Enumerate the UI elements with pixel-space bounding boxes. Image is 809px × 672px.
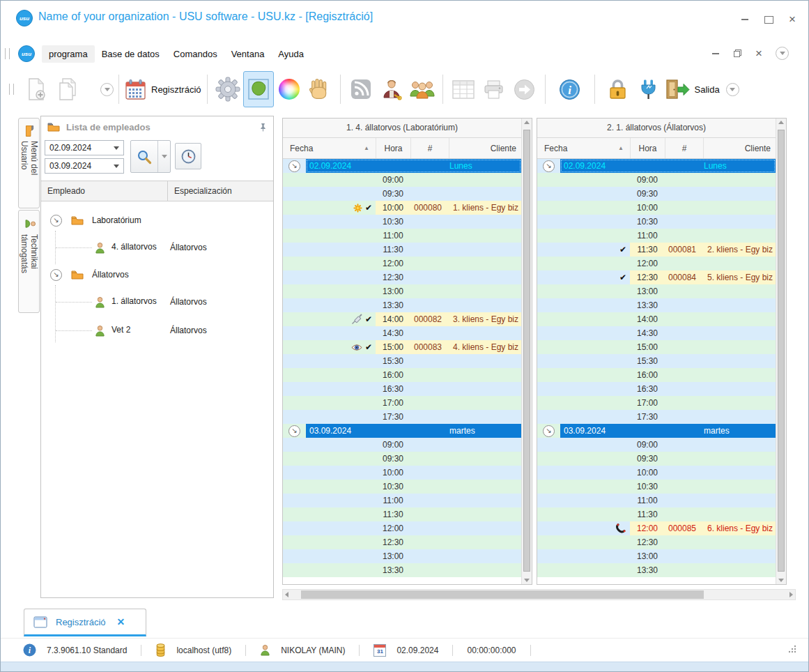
- group-bar[interactable]: 02.09.2024Lunes: [560, 159, 776, 173]
- hora-cell[interactable]: 13:30: [630, 298, 665, 312]
- schedule-time-row[interactable]: 12:30: [283, 270, 521, 284]
- hora-cell[interactable]: 11:30: [376, 243, 410, 257]
- hora-cell[interactable]: 13:30: [376, 298, 410, 312]
- schedule-time-row[interactable]: 09:30: [537, 452, 776, 466]
- schedule-time-row[interactable]: 14:00: [537, 312, 776, 326]
- collapse-icon[interactable]: ↘: [50, 269, 62, 281]
- schedule-time-row[interactable]: 11:30: [537, 507, 776, 521]
- schedule-time-row[interactable]: 15:30: [283, 354, 521, 368]
- schedule-time-row[interactable]: 10:00: [537, 201, 776, 215]
- column-header-num[interactable]: #: [410, 138, 449, 158]
- schedule-time-row[interactable]: 11:00: [537, 494, 776, 507]
- menu-item-ayuda[interactable]: Ayuda: [271, 45, 311, 63]
- scroll-down-button[interactable]: [776, 579, 786, 582]
- hora-cell[interactable]: 12:00: [376, 257, 410, 270]
- minimize-button[interactable]: [740, 15, 750, 24]
- appointment-row[interactable]: ✔10:000000801. kliens - Egy biz: [283, 201, 521, 215]
- scroll-thumb[interactable]: [523, 130, 530, 572]
- schedule-time-row[interactable]: 17:00: [537, 396, 776, 410]
- vertical-scrollbar[interactable]: [776, 119, 786, 584]
- schedule-time-row[interactable]: 13:00: [283, 284, 521, 298]
- tab-close-icon[interactable]: ✕: [117, 616, 125, 627]
- hora-cell[interactable]: 12:00: [630, 521, 665, 535]
- schedule-time-row[interactable]: 11:00: [537, 229, 776, 243]
- schedule-group-row[interactable]: ↘03.09.2024martes: [537, 424, 776, 438]
- schedule-time-row[interactable]: 17:30: [537, 410, 776, 424]
- toolbar-overflow-left-button[interactable]: [100, 83, 114, 96]
- hora-cell[interactable]: 12:00: [630, 257, 665, 270]
- vertical-scrollbar[interactable]: [521, 119, 532, 584]
- group-bar[interactable]: 02.09.2024Lunes: [306, 159, 521, 173]
- hora-cell[interactable]: 13:30: [630, 563, 665, 577]
- menubar-grip[interactable]: [5, 48, 10, 59]
- column-header-fecha[interactable]: Fecha▲: [537, 138, 630, 158]
- map-button[interactable]: [243, 71, 274, 107]
- close-button[interactable]: ×: [787, 15, 797, 24]
- registration-button[interactable]: Regisztráció: [124, 71, 202, 107]
- appointment-row[interactable]: ✔14:000000823. kliens - Egy biz: [283, 312, 521, 326]
- toolbar-grip[interactable]: [9, 84, 14, 95]
- hora-cell[interactable]: 12:00: [376, 521, 410, 535]
- forward-button[interactable]: [509, 71, 540, 107]
- new-document-button[interactable]: [21, 71, 52, 107]
- hora-cell[interactable]: 17:00: [376, 396, 410, 410]
- schedule-time-row[interactable]: 16:30: [283, 382, 521, 396]
- schedule-group-row[interactable]: ↘02.09.2024Lunes: [283, 159, 521, 173]
- column-header-cliente[interactable]: Cliente: [703, 138, 776, 158]
- maximize-button[interactable]: [764, 15, 773, 24]
- column-header-cliente[interactable]: Cliente: [449, 138, 521, 158]
- column-header-hora[interactable]: Hora: [376, 138, 410, 158]
- schedule-time-row[interactable]: 13:00: [283, 549, 521, 563]
- scroll-up-button[interactable]: [776, 121, 786, 124]
- expand-icon[interactable]: ↘: [288, 425, 300, 437]
- hora-cell[interactable]: 17:00: [630, 396, 665, 410]
- hora-cell[interactable]: 15:30: [630, 354, 665, 368]
- resize-grip[interactable]: [787, 644, 797, 657]
- schedule-time-row[interactable]: 11:30: [283, 243, 521, 257]
- hora-cell[interactable]: 11:00: [376, 494, 410, 507]
- group-bar[interactable]: 03.09.2024martes: [306, 424, 521, 438]
- schedule-time-row[interactable]: 13:30: [537, 298, 776, 312]
- schedule-time-row[interactable]: 12:00: [283, 521, 521, 535]
- hora-cell[interactable]: 10:00: [376, 466, 410, 480]
- menu-overflow-button[interactable]: [776, 47, 789, 60]
- schedule-time-row[interactable]: 09:30: [283, 452, 521, 466]
- schedule-panel-caption[interactable]: 1. 4. állatorvos (Laboratórium): [283, 119, 521, 138]
- schedule-time-row[interactable]: 09:00: [283, 438, 521, 452]
- schedule-time-row[interactable]: 16:00: [283, 368, 521, 382]
- tree-person-row[interactable]: 1. állatorvosÁllatorvos: [56, 285, 273, 319]
- hora-cell[interactable]: 10:30: [630, 215, 665, 229]
- scroll-thumb[interactable]: [778, 130, 785, 572]
- menu-item-base-de-datos[interactable]: Base de datos: [95, 45, 167, 63]
- date-from-select[interactable]: 02.09.2024: [45, 140, 124, 155]
- hora-cell[interactable]: 15:00: [376, 340, 410, 354]
- mdi-minimize-button[interactable]: [711, 49, 721, 59]
- hora-cell[interactable]: 12:30: [630, 270, 665, 284]
- tree-person-row[interactable]: Vet 2Állatorvos: [56, 319, 273, 342]
- tree-folder-row[interactable]: ↘Laboratórium: [41, 210, 273, 231]
- hora-cell[interactable]: 10:00: [630, 466, 665, 480]
- schedule-time-row[interactable]: 17:00: [283, 396, 521, 410]
- schedule-time-row[interactable]: 12:00: [537, 257, 776, 270]
- hora-cell[interactable]: 09:30: [376, 452, 410, 466]
- schedule-time-row[interactable]: 10:00: [283, 466, 521, 480]
- hora-cell[interactable]: 10:30: [376, 215, 410, 229]
- hora-cell[interactable]: 12:30: [630, 535, 665, 549]
- scroll-thumb[interactable]: [301, 590, 704, 599]
- schedule-time-row[interactable]: 11:00: [283, 229, 521, 243]
- schedule-time-row[interactable]: 15:00: [537, 340, 776, 354]
- schedule-time-row[interactable]: 10:30: [283, 480, 521, 494]
- hora-cell[interactable]: 09:00: [376, 173, 410, 187]
- hora-cell[interactable]: 10:00: [630, 201, 665, 215]
- feed-button[interactable]: [346, 71, 376, 107]
- hora-cell[interactable]: 13:00: [630, 284, 665, 298]
- schedule-time-row[interactable]: 14:30: [283, 326, 521, 340]
- hora-cell[interactable]: 10:30: [630, 480, 665, 494]
- schedule-time-row[interactable]: 12:30: [537, 535, 776, 549]
- hora-cell[interactable]: 09:00: [630, 438, 665, 452]
- scroll-right-button[interactable]: [789, 590, 793, 600]
- hora-cell[interactable]: 16:30: [630, 382, 665, 396]
- hora-cell[interactable]: 09:30: [630, 452, 665, 466]
- schedule-time-row[interactable]: 09:00: [537, 438, 776, 452]
- bottom-tab-registration[interactable]: Regisztráció ✕: [24, 609, 146, 636]
